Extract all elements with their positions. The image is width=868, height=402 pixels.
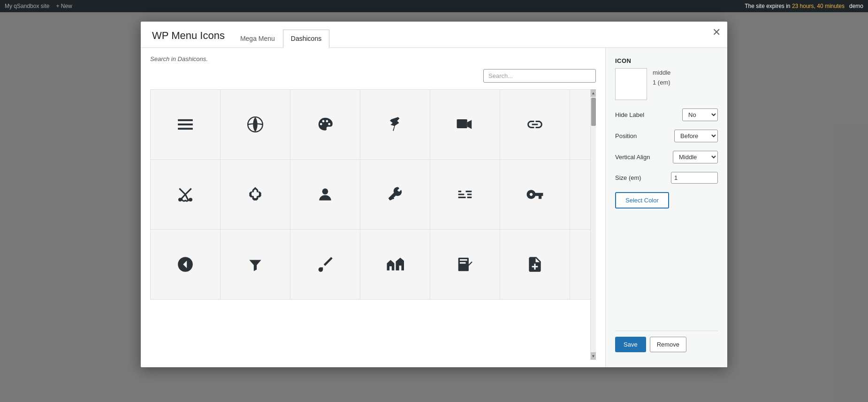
admin-bar-site-name[interactable]: My qSandbox site <box>5 3 49 9</box>
admin-user-label[interactable]: demo <box>849 3 863 9</box>
admin-bar-new[interactable]: + New <box>56 3 72 9</box>
expiry-time: 23 hours, 40 minutes <box>792 3 845 9</box>
admin-bar: My qSandbox site + New The site expires … <box>0 0 868 12</box>
admin-bar-left: My qSandbox site + New <box>5 3 72 9</box>
expiry-notice: The site expires in 23 hours, 40 minutes <box>745 3 845 9</box>
admin-bar-right: The site expires in 23 hours, 40 minutes… <box>745 3 863 9</box>
